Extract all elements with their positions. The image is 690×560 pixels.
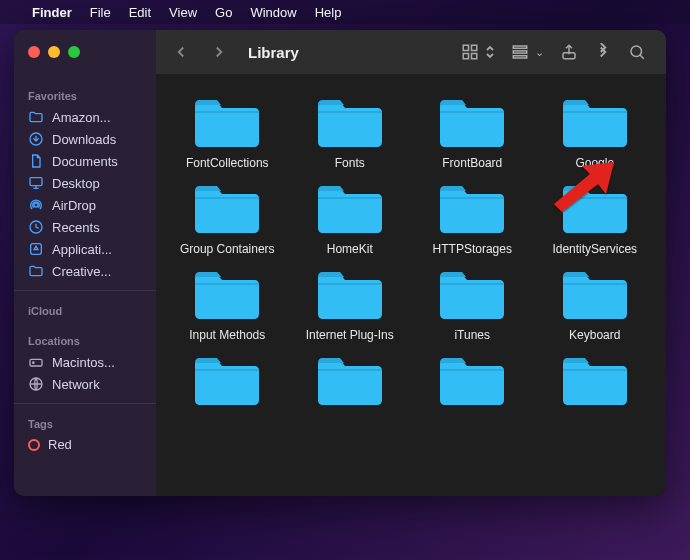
folder-item[interactable]: Fonts (293, 94, 408, 170)
sidebar-item-label: Downloads (52, 132, 116, 147)
svg-rect-3 (472, 54, 477, 59)
folder-name: iTunes (454, 328, 490, 342)
folder-name: FrontBoard (442, 156, 502, 170)
folder-item[interactable]: Internet Plug-Ins (293, 266, 408, 342)
maximize-button[interactable] (68, 46, 80, 58)
sidebar-item-downloads[interactable]: Downloads (14, 128, 156, 150)
sidebar-item-label: Creative... (52, 264, 111, 279)
sidebar-item-documents[interactable]: Documents (14, 150, 156, 172)
chevron-down-icon: ⌄ (535, 46, 544, 59)
forward-button[interactable] (210, 43, 228, 61)
folder-icon (436, 352, 508, 408)
sidebar-item-macintosh[interactable]: Macintos... (14, 351, 156, 373)
folder-icon (191, 180, 263, 236)
svg-rect-11 (30, 178, 42, 186)
menu-go[interactable]: Go (215, 5, 232, 20)
toolbar: Library ⌄ (156, 30, 666, 74)
minimize-button[interactable] (48, 46, 60, 58)
folder-item[interactable]: FontCollections (170, 94, 285, 170)
svg-rect-2 (463, 54, 468, 59)
folder-icon (559, 352, 631, 408)
folder-name: Keyboard (569, 328, 620, 342)
sidebar-item-amazon[interactable]: Amazon... (14, 106, 156, 128)
menu-edit[interactable]: Edit (129, 5, 151, 20)
sidebar-item-creative[interactable]: Creative... (14, 260, 156, 282)
app-icon (28, 241, 44, 257)
svg-rect-24 (195, 197, 259, 199)
close-button[interactable] (28, 46, 40, 58)
app-name[interactable]: Finder (32, 5, 72, 20)
system-menubar: Finder File Edit View Go Window Help (0, 0, 690, 24)
menu-view[interactable]: View (169, 5, 197, 20)
folder-item[interactable]: HTTPStorages (415, 180, 530, 256)
folder-icon (191, 352, 263, 408)
svg-rect-34 (440, 369, 504, 371)
folder-icon (559, 266, 631, 322)
svg-rect-30 (440, 283, 504, 285)
folder-item[interactable]: iTunes (415, 266, 530, 342)
folder-icon (436, 180, 508, 236)
menu-help[interactable]: Help (315, 5, 342, 20)
share-button[interactable] (552, 43, 586, 61)
sidebar-section-locations: Locations (14, 329, 156, 351)
sidebar-item-tag-red[interactable]: Red (14, 434, 156, 455)
folder-item[interactable]: Keyboard (538, 266, 653, 342)
clock-icon (28, 219, 44, 235)
airdrop-icon (28, 197, 44, 213)
sidebar-item-label: Amazon... (52, 110, 111, 125)
folder-item[interactable]: HomeKit (293, 180, 408, 256)
svg-rect-20 (195, 111, 259, 113)
sidebar-item-label: Applicati... (52, 242, 112, 257)
folder-item[interactable] (415, 352, 530, 414)
view-mode-button[interactable] (453, 43, 503, 61)
location-title: Library (248, 44, 299, 61)
folder-icon (191, 266, 263, 322)
folder-name: Fonts (335, 156, 365, 170)
svg-rect-27 (563, 197, 627, 199)
titlebar: Library ⌄ (14, 30, 666, 74)
sidebar-item-airdrop[interactable]: AirDrop (14, 194, 156, 216)
svg-rect-1 (472, 45, 477, 50)
folder-item[interactable] (170, 352, 285, 414)
svg-rect-0 (463, 45, 468, 50)
folder-item[interactable]: Input Methods (170, 266, 285, 342)
sidebar-item-label: Recents (52, 220, 100, 235)
sidebar-item-recents[interactable]: Recents (14, 216, 156, 238)
folder-name: Group Containers (180, 242, 275, 256)
sidebar-item-desktop[interactable]: Desktop (14, 172, 156, 194)
desktop-icon (28, 175, 44, 191)
sidebar-item-label: Red (48, 437, 72, 452)
group-button[interactable]: ⌄ (503, 43, 552, 61)
svg-line-9 (640, 55, 644, 59)
folder-icon (314, 266, 386, 322)
folder-item[interactable]: FrontBoard (415, 94, 530, 170)
nav-arrows (156, 43, 244, 61)
svg-point-8 (631, 46, 642, 57)
folder-icon (436, 266, 508, 322)
more-button[interactable] (586, 43, 620, 61)
search-button[interactable] (620, 43, 654, 61)
sidebar-item-applications[interactable]: Applicati... (14, 238, 156, 260)
svg-point-18 (33, 362, 34, 363)
svg-rect-32 (195, 369, 259, 371)
folder-name: Internet Plug-Ins (306, 328, 394, 342)
svg-rect-23 (563, 111, 627, 113)
svg-rect-31 (563, 283, 627, 285)
folder-item[interactable]: Group Containers (170, 180, 285, 256)
globe-icon (28, 376, 44, 392)
back-button[interactable] (172, 43, 190, 61)
folder-item[interactable] (293, 352, 408, 414)
content-area: FontCollectionsFontsFrontBoardGoogleGrou… (156, 74, 666, 496)
folder-icon (314, 352, 386, 408)
sidebar-item-network[interactable]: Network (14, 373, 156, 395)
folder-icon (436, 94, 508, 150)
folder-item[interactable]: Google (538, 94, 653, 170)
folder-item[interactable]: IdentityServices (538, 180, 653, 256)
folder-item[interactable] (538, 352, 653, 414)
sidebar-section-icloud: iCloud (14, 299, 156, 321)
sidebar-section-tags: Tags (14, 412, 156, 434)
menu-file[interactable]: File (90, 5, 111, 20)
svg-rect-25 (318, 197, 382, 199)
folder-icon (28, 263, 44, 279)
menu-window[interactable]: Window (250, 5, 296, 20)
